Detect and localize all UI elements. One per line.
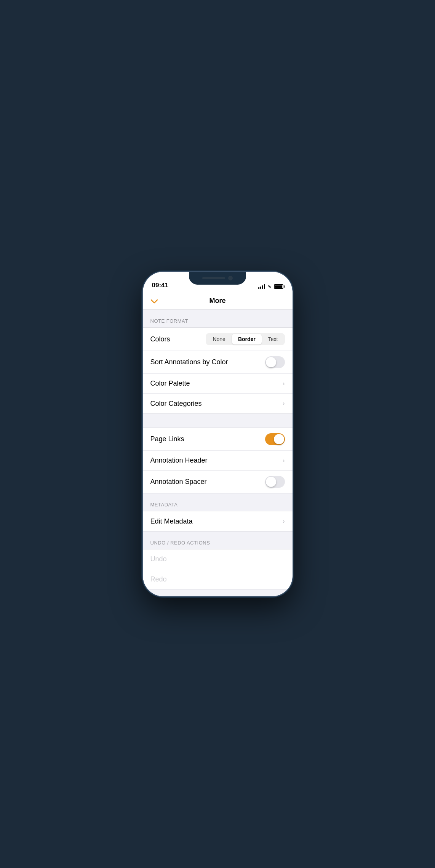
annotation-spacer-label: Annotation Spacer [150,478,207,486]
annotation-header-chevron: › [283,457,285,464]
sort-annotations-toggle[interactable] [265,356,285,368]
color-categories-chevron: › [283,400,285,407]
color-palette-chevron: › [283,380,285,387]
colors-row: Colors None Border Text [143,328,293,351]
undo-row[interactable]: Undo [143,549,293,569]
colors-right: None Border Text [206,333,285,345]
notch-camera [228,276,233,280]
seg-text[interactable]: Text [262,334,284,344]
metadata-group: Edit Metadata › [143,511,293,532]
note-format-header: NOTE FORMAT [143,310,293,327]
colors-segmented[interactable]: None Border Text [206,333,285,345]
status-bar: 09:41 ∿ [143,272,293,292]
colors-label: Colors [150,335,170,343]
main-content: More NOTE FORMAT Colors None Border Text [143,292,293,596]
edit-metadata-row[interactable]: Edit Metadata › [143,511,293,531]
notch [189,272,246,285]
annotation-spacer-toggle[interactable] [265,476,285,488]
undo-redo-header: UNDO / REDO ACTIONS [143,532,293,549]
bottom-spacer [143,589,293,596]
nav-title: More [209,297,225,305]
sort-annotations-label: Sort Annotations by Color [150,358,228,366]
wifi-icon: ∿ [267,283,272,289]
page-links-label: Page Links [150,435,184,443]
edit-metadata-label: Edit Metadata [150,517,193,525]
color-palette-row[interactable]: Color Palette › [143,374,293,394]
redo-row[interactable]: Redo [143,569,293,589]
color-palette-label: Color Palette [150,380,190,388]
seg-border[interactable]: Border [232,334,262,344]
undo-redo-label: UNDO / REDO ACTIONS [150,540,210,546]
redo-label: Redo [150,575,167,583]
color-categories-row[interactable]: Color Categories › [143,394,293,413]
phone-frame: 09:41 ∿ [143,272,293,596]
page-links-toggle[interactable] [265,433,285,445]
nav-bar: More [143,292,293,310]
sort-annotations-row: Sort Annotations by Color [143,351,293,374]
edit-metadata-chevron: › [283,518,285,525]
back-button[interactable] [150,298,158,304]
seg-none[interactable]: None [206,334,231,344]
undo-label: Undo [150,555,167,563]
metadata-label: METADATA [150,502,178,508]
color-categories-label: Color Categories [150,400,202,408]
notch-speaker [202,277,225,279]
annotation-header-label: Annotation Header [150,456,208,464]
status-icons: ∿ [258,283,283,289]
undo-redo-group: Undo Redo [143,549,293,589]
note-format-label: NOTE FORMAT [150,318,188,324]
note-format-group: Colors None Border Text Sort Annotations… [143,327,293,414]
screen: 09:41 ∿ [143,272,293,596]
annotation-spacer-row: Annotation Spacer [143,471,293,493]
section2-group: Page Links Annotation Header › Annotatio… [143,428,293,493]
page-links-row: Page Links [143,428,293,451]
annotation-header-row[interactable]: Annotation Header › [143,451,293,471]
battery-icon [274,284,283,289]
metadata-header: METADATA [143,493,293,511]
spacer-1 [143,414,293,428]
signal-icon [258,284,265,289]
